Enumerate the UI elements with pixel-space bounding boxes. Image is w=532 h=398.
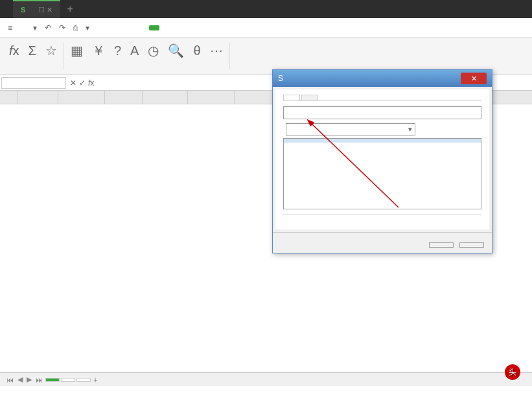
- tab-review[interactable]: [175, 25, 185, 30]
- dialog-titlebar[interactable]: S ✕: [273, 70, 492, 87]
- tab-view[interactable]: [188, 25, 198, 30]
- ribbon-date[interactable]: ◷: [144, 40, 163, 72]
- text-icon: A: [130, 41, 139, 60]
- col-header[interactable]: [188, 91, 235, 104]
- col-header[interactable]: [58, 91, 105, 104]
- sheet-nav-last-icon[interactable]: ⏭: [34, 376, 44, 384]
- file-menu[interactable]: [17, 25, 28, 30]
- more-icon: ⋯: [210, 41, 223, 60]
- ribbon-other[interactable]: ⋯: [206, 40, 227, 72]
- clock-icon: ◷: [148, 41, 159, 60]
- select-all-corner[interactable]: [0, 91, 18, 104]
- tab-data[interactable]: [162, 25, 172, 30]
- sigma-icon: Σ: [29, 41, 36, 60]
- fx-icon: fx: [9, 41, 19, 60]
- grid-icon: ▦: [71, 41, 83, 60]
- ribbon-insert-fn[interactable]: fx: [5, 40, 23, 72]
- fx-button-icon[interactable]: fx: [88, 78, 94, 88]
- money-icon: ￥: [92, 41, 105, 60]
- watermark: 头: [505, 364, 524, 380]
- accept-formula-icon[interactable]: ✓: [79, 78, 86, 88]
- sheet-tab[interactable]: [61, 378, 75, 382]
- tab-start[interactable]: [110, 25, 121, 30]
- sheet-nav-prev-icon[interactable]: ◀: [16, 375, 24, 384]
- sheet-tab[interactable]: [76, 378, 91, 382]
- search-function-input[interactable]: [283, 106, 481, 119]
- ribbon-all[interactable]: ▦: [67, 40, 87, 72]
- name-box[interactable]: [1, 77, 66, 89]
- tab-formula[interactable]: [149, 25, 159, 30]
- category-select[interactable]: [286, 123, 415, 135]
- watermark-icon: 头: [505, 364, 520, 380]
- ok-button[interactable]: [429, 242, 454, 248]
- menu-icon[interactable]: ≡: [5, 23, 15, 32]
- sheet-nav-first-icon[interactable]: ⏮: [5, 376, 15, 384]
- ribbon-common[interactable]: ☆: [41, 40, 61, 72]
- insert-function-dialog: S ✕: [272, 69, 492, 253]
- cancel-button[interactable]: [459, 242, 484, 248]
- col-header[interactable]: [18, 91, 58, 104]
- new-tab-button[interactable]: +: [60, 3, 79, 15]
- save-icon[interactable]: ▾: [30, 23, 40, 32]
- star-icon: ☆: [45, 41, 57, 60]
- col-header[interactable]: [105, 91, 143, 104]
- search-icon: 🔍: [168, 41, 184, 60]
- logic-icon: ?: [114, 41, 121, 60]
- ribbon-right-group: [233, 40, 279, 72]
- tab-close-icon[interactable]: ☐ ✕: [38, 6, 52, 14]
- cancel-formula-icon[interactable]: ✕: [70, 78, 76, 88]
- function-list[interactable]: [283, 138, 481, 209]
- redo-icon[interactable]: ↷: [56, 23, 68, 32]
- tab-security[interactable]: [201, 25, 211, 30]
- ribbon-autosum[interactable]: Σ: [25, 40, 40, 72]
- ribbon-text[interactable]: A: [126, 40, 143, 72]
- sheet-tab-active[interactable]: [45, 378, 60, 382]
- sheet-icon: S: [21, 6, 25, 14]
- preview-icon[interactable]: ▾: [83, 23, 92, 32]
- tab-dev[interactable]: [214, 25, 224, 30]
- tab-cloud[interactable]: [227, 25, 237, 30]
- ribbon-fin[interactable]: ￥: [88, 40, 109, 72]
- ribbon-logic[interactable]: ?: [110, 40, 125, 72]
- add-sheet-icon[interactable]: +: [92, 376, 98, 384]
- col-header[interactable]: [235, 91, 273, 104]
- dialog-tab-all[interactable]: [283, 95, 300, 100]
- print-icon[interactable]: ⎙: [71, 23, 80, 32]
- list-item[interactable]: [284, 143, 481, 146]
- sheet-nav-next-icon[interactable]: ▶: [25, 375, 33, 384]
- title-bar: S ☐ ✕ +: [0, 0, 532, 18]
- sheet-icon: S: [278, 74, 283, 83]
- tab-insert[interactable]: [123, 25, 133, 30]
- col-header[interactable]: [143, 91, 188, 104]
- menu-bar: ≡ ▾ ↶ ↷ ⎙ ▾: [0, 18, 532, 38]
- document-tab[interactable]: S ☐ ✕: [13, 0, 60, 18]
- ribbon-math[interactable]: θ: [189, 40, 204, 72]
- undo-icon[interactable]: ↶: [42, 23, 54, 32]
- dialog-tab-common[interactable]: [301, 95, 318, 100]
- dialog-close-button[interactable]: ✕: [461, 73, 487, 84]
- sheet-tab-bar: ⏮ ◀ ▶ ⏭ +: [0, 372, 532, 386]
- math-icon: θ: [193, 41, 200, 60]
- tab-layout[interactable]: [136, 25, 146, 30]
- ribbon-lookup[interactable]: 🔍: [164, 40, 188, 72]
